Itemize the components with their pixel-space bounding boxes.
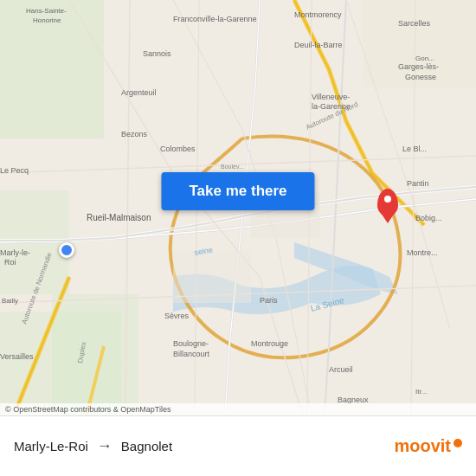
moovit-dot-icon <box>453 439 462 447</box>
attribution-text: © OpenStreetMap contributors & OpenMapTi… <box>5 405 170 414</box>
map-container: Franconville-la-Garenne Montmorency Sarc… <box>0 0 476 415</box>
svg-text:Honorine: Honorine <box>33 16 61 24</box>
svg-text:Villeneuve-: Villeneuve- <box>312 93 350 101</box>
svg-text:Roi: Roi <box>4 258 16 267</box>
destination-marker <box>377 189 398 216</box>
svg-text:Le Pecq: Le Pecq <box>0 166 29 175</box>
svg-text:Billancourt: Billancourt <box>173 350 210 358</box>
svg-text:Argenteuil: Argenteuil <box>121 88 157 97</box>
svg-text:Montmorency: Montmorency <box>294 10 342 19</box>
svg-text:Bobig...: Bobig... <box>415 214 442 222</box>
svg-text:Deuil-la-Barre: Deuil-la-Barre <box>294 41 343 49</box>
svg-text:Marly-le-: Marly-le- <box>0 248 30 257</box>
svg-text:Rueil-Malmaison: Rueil-Malmaison <box>87 213 151 222</box>
svg-text:Bezons: Bezons <box>121 130 148 138</box>
svg-text:Gonesse: Gonesse <box>405 73 436 81</box>
svg-text:Franconville-la-Garenne: Franconville-la-Garenne <box>173 15 257 23</box>
svg-text:Colombes: Colombes <box>160 145 196 153</box>
svg-text:Arcueil: Arcueil <box>329 365 353 374</box>
svg-text:Hans-Sainte-: Hans-Sainte- <box>26 7 67 15</box>
svg-text:Garges-lès-: Garges-lès- <box>398 62 439 71</box>
svg-text:Versailles: Versailles <box>0 352 34 361</box>
map-attribution: © OpenStreetMap contributors & OpenMapTi… <box>0 403 476 415</box>
svg-text:Boulogne-: Boulogne- <box>173 339 209 348</box>
take-me-there-button[interactable]: Take me there <box>161 172 314 210</box>
svg-text:Sannois: Sannois <box>143 49 171 58</box>
route-arrow-icon: → <box>97 437 113 455</box>
svg-text:Gon...: Gon... <box>415 55 434 62</box>
svg-text:Sarcelles: Sarcelles <box>398 19 431 28</box>
svg-text:Paris: Paris <box>260 296 278 305</box>
svg-text:Montre...: Montre... <box>407 248 438 257</box>
origin-marker <box>59 242 74 258</box>
svg-text:Pantin: Pantin <box>407 179 429 188</box>
route-from-label: Marly-Le-Roi <box>14 439 88 453</box>
svg-text:Bailly: Bailly <box>2 297 18 305</box>
bottom-bar: Marly-Le-Roi → Bagnolet moovit <box>0 415 476 476</box>
svg-text:Montrouge: Montrouge <box>251 339 288 348</box>
svg-text:Le Bl...: Le Bl... <box>402 145 427 153</box>
svg-text:Itr...: Itr... <box>415 388 427 396</box>
moovit-logo: moovit <box>394 436 462 456</box>
route-to-label: Bagnolet <box>121 439 172 453</box>
svg-rect-13 <box>173 251 251 303</box>
svg-text:Boulev...: Boulev... <box>221 164 244 170</box>
moovit-brand-name: moovit <box>394 436 451 456</box>
svg-text:Sèvres: Sèvres <box>164 312 190 320</box>
